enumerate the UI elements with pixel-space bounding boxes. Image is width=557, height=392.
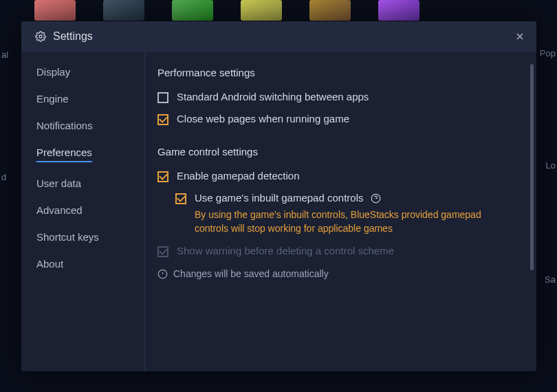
nav-item-notifications[interactable]: Notifications [21,112,144,139]
checkbox[interactable] [157,114,168,125]
nav-item-label: Notifications [36,120,93,131]
footer-note-text: Changes will be saved automatically [173,268,329,279]
bg-thumb [103,0,144,21]
option-show-warning-delete: Show warning before deleting a control s… [157,245,516,257]
dialog-body: Display Engine Notifications Preferences… [21,52,536,371]
nav-item-userdata[interactable]: User data [21,170,144,197]
nav-item-label: About [36,258,63,270]
nav-item-engine[interactable]: Engine [21,85,144,112]
nav-item-label: User data [36,177,81,189]
checkbox-label: Standard Android switching between apps [177,91,369,102]
checkbox-label: Close web pages when running game [177,113,349,124]
dialog-header: Settings [21,21,536,52]
nav-item-label: Advanced [36,204,83,216]
nav-item-label: Engine [36,93,69,105]
nav-item-label: Shortcut keys [36,231,99,243]
info-icon [157,269,168,279]
scrollbar[interactable] [530,64,534,270]
bg-thumb [34,0,76,21]
help-icon[interactable] [371,193,381,204]
bg-thumb [309,0,351,21]
bg-text: Lo [546,160,556,171]
section-title-gamecontrol: Game control settings [157,146,516,157]
checkbox-label: Enable gamepad detection [177,170,299,182]
footer-note: Changes will be saved automatically [157,268,516,279]
nav-item-about[interactable]: About [21,250,144,277]
dialog-title: Settings [53,30,93,43]
checkbox[interactable] [157,171,168,182]
gear-icon [35,31,46,42]
option-inbuilt-gamepad[interactable]: Use game's inbuilt gamepad controls By u… [175,192,516,235]
option-gamepad-detection[interactable]: Enable gamepad detection [157,170,516,182]
checkbox[interactable] [175,193,186,204]
nav-item-advanced[interactable]: Advanced [21,197,144,224]
checkbox [157,246,168,257]
nav-item-shortcutkeys[interactable]: Shortcut keys [21,224,144,250]
inbuilt-warning-text: By using the game's inbuilt controls, Bl… [195,208,490,235]
settings-content: Performance settings Standard Android sw… [145,52,536,371]
bg-text: d [1,172,6,182]
option-close-web-pages[interactable]: Close web pages when running game [157,113,516,125]
close-button[interactable] [514,31,525,42]
section-title-performance: Performance settings [157,67,516,78]
checkbox-label: Show warning before deleting a control s… [177,245,394,257]
checkbox-label: Use game's inbuilt gamepad controls [195,192,364,204]
option-standard-switching[interactable]: Standard Android switching between apps [157,91,516,103]
settings-dialog: Settings Display Engine Notifications Pr… [21,21,536,371]
bg-text: Sa [545,274,556,285]
bg-thumb [172,0,213,21]
bg-text: al [1,50,8,60]
settings-sidebar: Display Engine Notifications Preferences… [21,52,145,371]
nav-item-preferences[interactable]: Preferences [21,139,144,170]
nav-item-label: Display [36,66,70,78]
nav-item-label: Preferences [36,146,92,162]
bg-thumb [378,0,419,21]
nav-item-display[interactable]: Display [21,58,144,85]
bg-thumb [241,0,282,21]
svg-point-0 [39,35,42,38]
bg-text: Pop [540,48,556,58]
checkbox[interactable] [157,92,168,103]
